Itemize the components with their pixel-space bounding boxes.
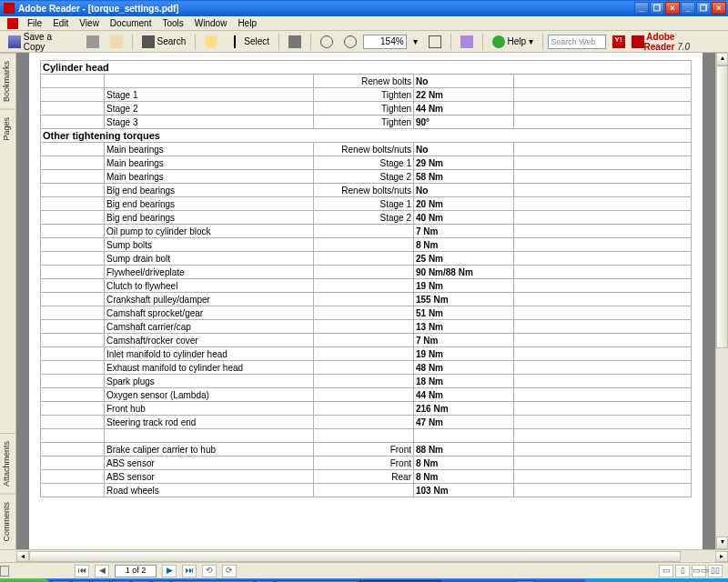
back-view-button[interactable]: ⟲ <box>202 565 217 577</box>
table-row: Exhaust manifold to cylinder head48 Nm <box>41 361 692 375</box>
separator <box>450 34 451 50</box>
zoom-level-field[interactable]: 154% <box>363 35 407 49</box>
page-size-icon <box>0 566 9 577</box>
zoom-in-button[interactable] <box>339 34 361 50</box>
minimize-button[interactable]: _ <box>634 2 649 15</box>
item-value: 18 Nm <box>414 375 514 388</box>
item-label <box>105 429 314 443</box>
tab-comments[interactable]: Comments <box>0 494 15 549</box>
vertical-scrollbar[interactable]: ▴ ▾ <box>715 53 728 549</box>
item-sublabel <box>314 252 414 266</box>
close-button-outer[interactable]: × <box>665 2 680 15</box>
spacer-cell <box>41 306 105 320</box>
page-number-value: 1 of 2 <box>126 566 147 575</box>
minimize-button-inner[interactable]: _ <box>681 2 695 15</box>
toolbar: Save a Copy Search Select 154% ▾ Help▾ S… <box>0 31 728 53</box>
item-label: Clutch to flywheel <box>105 279 314 293</box>
item-label: Oxygen sensor (Lambda) <box>105 388 314 402</box>
item-sublabel <box>314 334 414 347</box>
hscroll-thumb[interactable] <box>29 551 681 562</box>
spacer-cell <box>41 75 105 88</box>
next-page-button[interactable]: ▶ <box>162 565 177 577</box>
hscroll-track[interactable] <box>29 551 715 562</box>
item-value: 103 Nm <box>414 484 514 497</box>
item-value: 13 Nm <box>414 320 514 334</box>
spacer-cell <box>514 443 692 457</box>
app-icon <box>4 3 15 14</box>
item-label: Stage 1 <box>105 88 314 102</box>
section-heading: Other tightening torques <box>41 129 692 143</box>
zoom-out-button[interactable] <box>316 34 338 50</box>
window-titlebar: Adobe Reader - [torque_settings.pdf] _ ❐… <box>0 0 728 16</box>
menu-file[interactable]: File <box>22 18 47 28</box>
spacer-cell <box>41 402 105 416</box>
table-row: ABS sensorFront8 Nm <box>41 457 692 470</box>
scroll-left-arrow[interactable]: ◂ <box>16 551 29 562</box>
scroll-up-arrow[interactable]: ▴ <box>716 53 728 65</box>
search-web-placeholder: Search Web <box>551 37 595 46</box>
spacer-cell <box>514 375 692 388</box>
last-page-button[interactable]: ⏭ <box>182 565 197 577</box>
table-row: Renew boltsNo <box>41 75 692 88</box>
hand-tool-button[interactable] <box>200 34 222 50</box>
tab-pages[interactable]: Pages <box>0 109 15 148</box>
select-tool-button[interactable]: Select <box>224 34 274 50</box>
zoom-dropdown[interactable]: ▾ <box>409 34 422 50</box>
horizontal-scrollbar[interactable]: ◂ ▸ <box>0 549 728 562</box>
item-label: Camshaft carrier/cap <box>105 320 314 334</box>
document-viewport[interactable]: Cylinder headRenew boltsNoStage 1Tighten… <box>16 53 715 549</box>
menu-document[interactable]: Document <box>105 18 157 28</box>
fit-page-button[interactable] <box>424 34 446 50</box>
reading-button[interactable] <box>456 34 478 50</box>
system-tray: 11:03 <box>585 578 728 582</box>
menu-window[interactable]: Window <box>189 18 233 28</box>
scroll-thumb[interactable] <box>716 65 728 348</box>
search-button[interactable]: Search <box>137 34 191 50</box>
spacer-cell <box>41 156 105 170</box>
item-sublabel: Renew bolts/nuts <box>314 143 414 156</box>
restore-button-inner[interactable]: ❐ <box>696 2 711 15</box>
tab-bookmarks[interactable]: Bookmarks <box>0 53 15 109</box>
restore-button[interactable]: ❐ <box>650 2 664 15</box>
spacer-cell <box>41 184 105 197</box>
menu-bar: File Edit View Document Tools Window Hel… <box>0 16 728 31</box>
forward-view-button[interactable]: ⟳ <box>222 565 237 577</box>
menu-edit[interactable]: Edit <box>47 18 74 28</box>
menu-help[interactable]: Help <box>232 18 262 28</box>
spacer-cell <box>514 102 692 115</box>
spacer-cell <box>41 293 105 306</box>
page-number-field[interactable]: 1 of 2 <box>115 565 157 577</box>
book-icon <box>460 35 473 48</box>
item-sublabel: Tighten <box>314 88 414 102</box>
yahoo-search-button[interactable]: Y! <box>608 34 630 50</box>
table-row: Camshaft carrier/cap13 Nm <box>41 320 692 334</box>
tab-attachments[interactable]: Attachments <box>0 433 15 494</box>
first-page-button[interactable]: ⏮ <box>75 565 89 577</box>
item-label: Big end bearings <box>105 211 314 225</box>
scroll-track[interactable] <box>716 65 728 537</box>
snapshot-button[interactable] <box>284 34 306 50</box>
item-sublabel <box>314 279 414 293</box>
item-value: 90 Nm/88 Nm <box>414 266 514 279</box>
scroll-down-arrow[interactable]: ▾ <box>716 537 728 549</box>
email-button[interactable] <box>106 34 127 50</box>
single-page-view[interactable]: ▭ <box>659 565 673 577</box>
menu-tools[interactable]: Tools <box>157 18 188 28</box>
table-row: Main bearingsRenew bolts/nutsNo <box>41 143 692 156</box>
continuous-facing-view[interactable]: ▯▯ <box>708 565 723 577</box>
search-web-input[interactable]: Search Web <box>548 35 605 49</box>
page-navigation-bar: ⏮ ◀ 1 of 2 ▶ ⏭ ⟲ ⟳ ▭ ▯ ▭▭ ▯▯ <box>0 562 728 578</box>
spacer-cell <box>514 252 692 266</box>
print-button[interactable] <box>82 34 104 50</box>
menu-view[interactable]: View <box>74 18 105 28</box>
table-row: Front hub216 Nm <box>41 402 692 416</box>
facing-view[interactable]: ▭▭ <box>692 565 706 577</box>
save-copy-button[interactable]: Save a Copy <box>4 34 80 50</box>
start-button[interactable]: Start <box>0 578 50 582</box>
prev-page-button[interactable]: ◀ <box>95 565 109 577</box>
help-button[interactable]: Help▾ <box>488 34 539 50</box>
close-button-inner[interactable]: × <box>712 2 726 15</box>
continuous-view[interactable]: ▯ <box>675 565 690 577</box>
item-value <box>414 429 514 443</box>
scroll-right-arrow[interactable]: ▸ <box>715 551 728 562</box>
